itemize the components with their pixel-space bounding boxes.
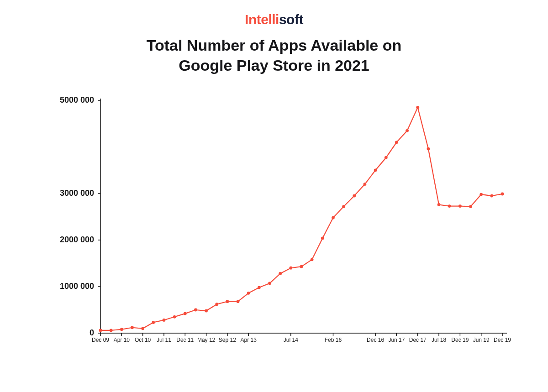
y-tick-label: 1000 000 xyxy=(60,282,94,291)
data-point xyxy=(311,258,314,261)
svg-text:Dec 19: Dec 19 xyxy=(494,337,511,343)
y-tick-label: 5000 000 xyxy=(60,96,94,105)
svg-text:2000 000: 2000 000 xyxy=(60,235,94,244)
title-line-2: Google Play Store in 2021 xyxy=(0,56,548,76)
data-point xyxy=(480,193,483,196)
data-point xyxy=(353,194,356,198)
data-point xyxy=(173,315,176,319)
svg-text:3000 000: 3000 000 xyxy=(60,188,94,198)
data-point xyxy=(289,267,292,270)
brand-logo: Intellisoft xyxy=(0,13,548,26)
y-tick-label: 0 xyxy=(90,328,94,337)
data-point xyxy=(395,141,398,144)
chart-title: Total Number of Apps Available on Google… xyxy=(0,36,548,75)
data-point xyxy=(332,216,335,220)
x-tick-label: Dec 17 xyxy=(409,337,427,343)
data-point xyxy=(215,303,218,306)
data-point xyxy=(120,328,123,331)
data-point xyxy=(458,204,462,208)
svg-text:Dec 11: Dec 11 xyxy=(176,337,194,343)
svg-text:Jun 19: Jun 19 xyxy=(473,337,490,343)
data-point xyxy=(321,237,324,240)
x-tick-label: Dec 16 xyxy=(367,337,384,343)
data-point xyxy=(300,265,303,268)
x-tick-label: Jul 14 xyxy=(284,337,298,343)
svg-text:Apr 13: Apr 13 xyxy=(241,337,257,343)
logo-part2: soft xyxy=(279,12,303,27)
data-point xyxy=(194,308,197,312)
x-tick-label: Jun 17 xyxy=(388,337,405,343)
data-point xyxy=(469,205,472,208)
svg-text:Jul 11: Jul 11 xyxy=(157,337,171,343)
svg-text:Dec 16: Dec 16 xyxy=(367,337,384,343)
svg-text:0: 0 xyxy=(90,328,94,337)
data-point xyxy=(427,147,430,151)
line-chart: 01000 0002000 0003000 0005000 000Dec 09A… xyxy=(27,96,521,356)
svg-text:Jul 14: Jul 14 xyxy=(284,337,298,343)
x-tick-label: Jul 18 xyxy=(432,337,446,343)
chart-container: 01000 0002000 0003000 0005000 000Dec 09A… xyxy=(27,96,521,356)
svg-text:May 12: May 12 xyxy=(197,337,216,343)
data-point xyxy=(247,292,250,295)
data-point xyxy=(279,272,282,275)
data-point xyxy=(237,300,240,303)
data-point xyxy=(258,286,261,289)
data-point xyxy=(342,205,345,208)
data-point xyxy=(437,203,441,206)
x-tick-label: Dec 19 xyxy=(451,337,469,343)
data-point xyxy=(501,193,504,196)
data-point xyxy=(141,327,144,330)
data-point xyxy=(205,309,208,313)
data-point xyxy=(448,204,451,208)
x-tick-label: Jun 19 xyxy=(473,337,490,343)
svg-text:Dec 19: Dec 19 xyxy=(451,337,469,343)
x-tick-label: Apr 10 xyxy=(114,337,130,343)
y-tick-label: 2000 000 xyxy=(60,235,94,244)
x-tick-label: Dec 11 xyxy=(176,337,194,343)
svg-text:Dec 17: Dec 17 xyxy=(409,337,427,343)
svg-text:Dec 09: Dec 09 xyxy=(92,337,109,343)
x-tick-label: Sep 12 xyxy=(219,337,236,343)
x-tick-label: Dec 19 xyxy=(494,337,511,343)
x-tick-label: Dec 09 xyxy=(92,337,109,343)
data-point xyxy=(99,329,102,332)
svg-text:5000 000: 5000 000 xyxy=(60,96,94,105)
logo-part1: Intelli xyxy=(245,12,279,27)
data-point xyxy=(110,329,113,332)
data-point xyxy=(152,321,155,324)
svg-text:Jun 17: Jun 17 xyxy=(388,337,405,343)
data-point xyxy=(131,326,134,329)
svg-text:Oct 10: Oct 10 xyxy=(135,337,151,343)
svg-text:Jul 18: Jul 18 xyxy=(432,337,446,343)
svg-text:Feb 16: Feb 16 xyxy=(325,337,342,343)
data-point xyxy=(364,183,367,186)
x-tick-label: Apr 13 xyxy=(241,337,257,343)
x-tick-label: Oct 10 xyxy=(135,337,151,343)
y-tick-label: 3000 000 xyxy=(60,188,94,198)
x-tick-label: Feb 16 xyxy=(325,337,342,343)
data-point xyxy=(406,129,409,132)
svg-text:Sep 12: Sep 12 xyxy=(219,337,236,343)
x-tick-label: Jul 11 xyxy=(157,337,171,343)
data-point xyxy=(163,319,166,322)
data-point xyxy=(374,169,377,172)
data-point xyxy=(268,282,271,285)
svg-text:1000 000: 1000 000 xyxy=(60,282,94,291)
x-tick-label: May 12 xyxy=(197,337,216,343)
title-line-1: Total Number of Apps Available on xyxy=(0,36,548,56)
svg-text:Apr 10: Apr 10 xyxy=(114,337,130,343)
data-point xyxy=(226,300,229,303)
data-point xyxy=(184,312,187,315)
data-point xyxy=(385,156,388,159)
series-line xyxy=(100,107,502,330)
page: Intellisoft Total Number of Apps Availab… xyxy=(0,0,548,392)
data-point xyxy=(416,106,419,109)
data-point xyxy=(490,194,493,198)
